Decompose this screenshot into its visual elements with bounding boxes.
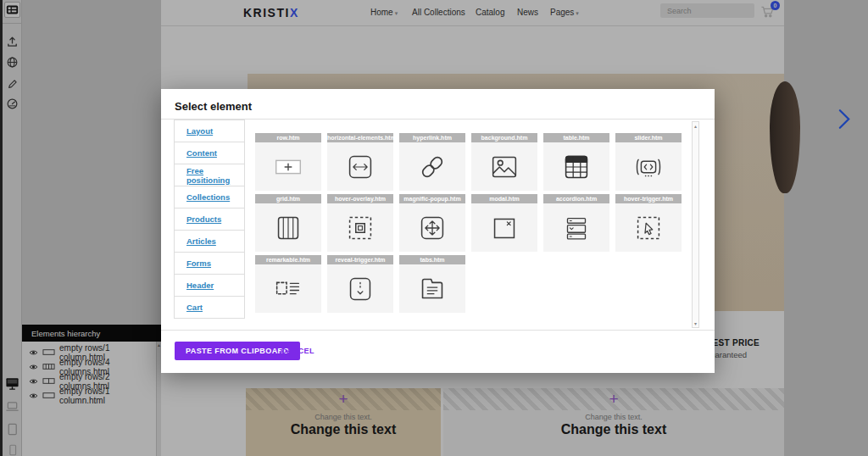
- slider-icon: [615, 142, 682, 191]
- category-header[interactable]: Header: [174, 274, 245, 297]
- tile-horizontal-elements-htm[interactable]: horizontal-elements.htm: [327, 133, 393, 191]
- tile-row-htm[interactable]: row.htm: [255, 133, 321, 191]
- category-collections[interactable]: Collections: [174, 186, 245, 209]
- cursor-trigger-icon: [615, 203, 682, 252]
- cancel-button[interactable]: CANCEL: [281, 347, 314, 355]
- select-element-modal: Select element Layout Content Free posit…: [161, 89, 715, 373]
- category-layout[interactable]: Layout: [174, 120, 245, 142]
- tile-hyperlink-htm[interactable]: hyperlink.htm: [399, 133, 465, 191]
- tile-table-htm[interactable]: table.htm: [543, 133, 609, 191]
- scroll-up-icon[interactable]: ▴: [693, 123, 698, 129]
- background-image-icon: [471, 142, 537, 191]
- tile-hover-trigger-htm[interactable]: hover-trigger.htm: [615, 194, 682, 252]
- table-icon: [543, 142, 609, 191]
- row-element-icon: [255, 142, 321, 191]
- tile-magnific-popup-htm[interactable]: magnific-popup.htm: [399, 194, 465, 252]
- category-products[interactable]: Products: [174, 208, 245, 231]
- list-with-box-icon: [255, 264, 321, 313]
- tiles-scrollbar[interactable]: ▴ ▾: [692, 121, 699, 328]
- tile-reveal-trigger-htm[interactable]: reveal-trigger.htm: [327, 255, 393, 313]
- hover-overlay-icon: [327, 203, 393, 252]
- tile-background-htm[interactable]: background.htm: [471, 133, 537, 191]
- category-content[interactable]: Content: [174, 142, 245, 164]
- tile-hover-overlay-htm[interactable]: hover-overlay.htm: [327, 194, 393, 252]
- modal-title: Select element: [175, 100, 252, 113]
- horizontal-elements-icon: [327, 142, 393, 191]
- grid-columns-icon: [255, 203, 321, 252]
- element-tiles-grid: row.htm horizontal-elements.htm hyperlin…: [255, 133, 683, 313]
- tile-accordion-htm[interactable]: accordion.htm: [543, 194, 609, 252]
- scroll-down-icon[interactable]: ▾: [693, 320, 698, 326]
- hyperlink-icon: [399, 142, 465, 191]
- tile-remarkable-htm[interactable]: remarkable.htm: [255, 255, 321, 313]
- tile-grid-htm[interactable]: grid.htm: [255, 194, 321, 252]
- tabs-folder-icon: [399, 264, 465, 313]
- category-cart[interactable]: Cart: [174, 296, 245, 319]
- category-free-positioning[interactable]: Free positioning: [174, 164, 245, 186]
- category-list: Layout Content Free positioning Collecti…: [174, 120, 245, 319]
- tile-modal-htm[interactable]: modal.htm: [471, 194, 537, 252]
- modal-window-icon: [471, 203, 537, 252]
- tile-tabs-htm[interactable]: tabs.htm: [399, 255, 465, 313]
- category-articles[interactable]: Articles: [174, 230, 245, 253]
- tile-slider-htm[interactable]: slider.htm: [615, 133, 682, 191]
- reveal-down-icon: [327, 264, 393, 313]
- accordion-icon: [543, 203, 609, 252]
- modal-content: Layout Content Free positioning Collecti…: [161, 119, 715, 331]
- move-arrows-icon: [399, 203, 465, 252]
- category-forms[interactable]: Forms: [174, 252, 245, 275]
